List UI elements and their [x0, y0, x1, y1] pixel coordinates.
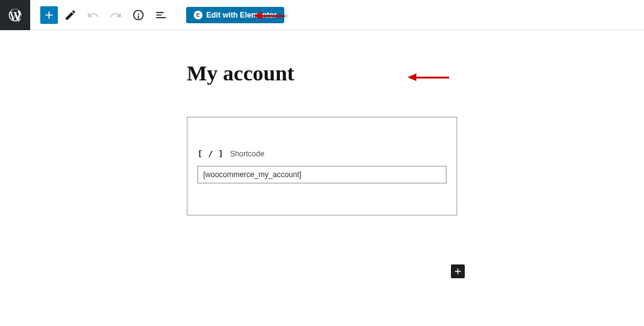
block-header: [ / ] Shortcode [197, 149, 447, 158]
shortcode-block[interactable]: [ / ] Shortcode [187, 117, 457, 215]
block-type-label: Shortcode [230, 149, 265, 158]
add-block-button[interactable] [40, 6, 58, 24]
annotation-arrow [408, 73, 449, 81]
shortcode-input[interactable] [197, 166, 447, 183]
editor-canvas: My account [ / ] Shortcode [0, 30, 644, 215]
outline-button[interactable] [151, 5, 171, 25]
undo-button[interactable] [83, 5, 103, 25]
block-appender-button[interactable] [451, 264, 465, 278]
undo-icon [87, 9, 99, 21]
wordpress-icon [8, 8, 23, 23]
editor-toolbar: E Edit with Elementor [0, 0, 644, 30]
plus-icon [453, 266, 463, 276]
redo-button[interactable] [106, 5, 126, 25]
info-icon [132, 9, 145, 21]
shortcode-icon: [ / ] [197, 149, 224, 158]
plus-icon [43, 9, 55, 21]
list-view-icon [155, 9, 167, 21]
elementor-icon: E [194, 11, 203, 19]
wordpress-logo[interactable] [0, 0, 30, 30]
details-button[interactable] [128, 5, 148, 25]
tools-button[interactable] [60, 5, 80, 25]
redo-icon [109, 9, 122, 21]
annotation-arrow [253, 12, 285, 19]
pencil-icon [64, 9, 77, 21]
